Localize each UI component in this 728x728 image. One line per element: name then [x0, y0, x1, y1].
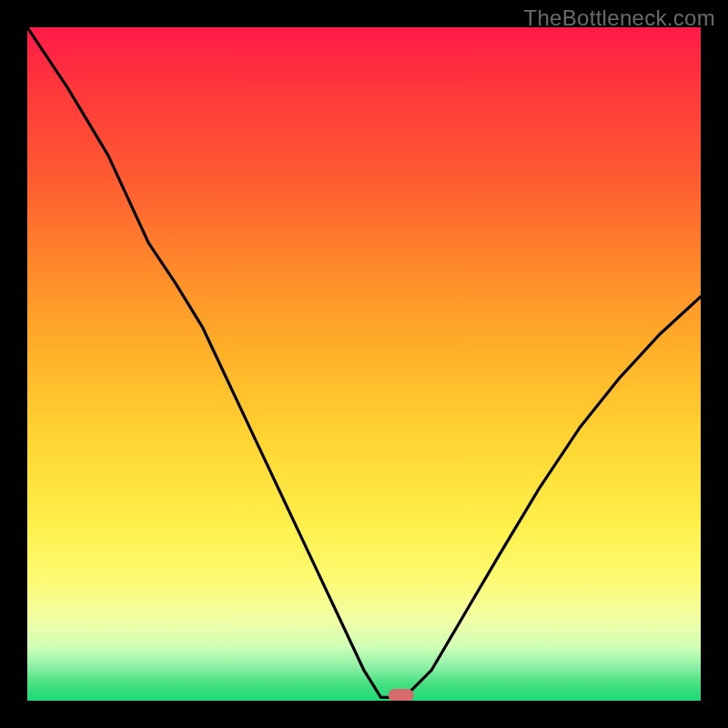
optimum-marker — [389, 689, 414, 701]
bottleneck-curve — [27, 27, 701, 697]
watermark-text: TheBottleneck.com — [523, 5, 715, 31]
chart-svg — [27, 27, 701, 701]
plot-area — [27, 27, 701, 701]
chart-frame: TheBottleneck.com — [0, 0, 728, 728]
